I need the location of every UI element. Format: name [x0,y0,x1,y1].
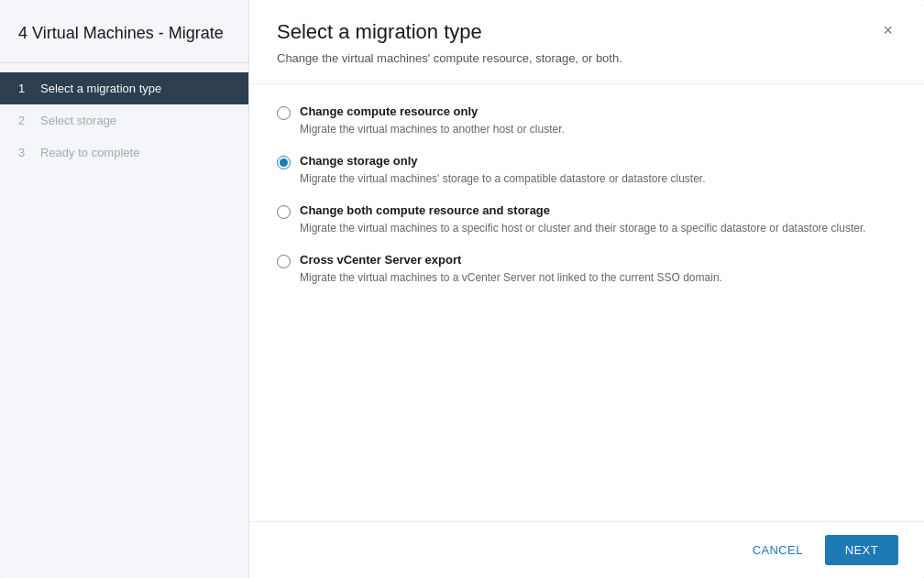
option-content-opt2: Change storage only Migrate the virtual … [300,154,706,187]
option-desc-opt2: Migrate the virtual machines' storage to… [300,170,706,187]
option-label-opt4: Cross vCenter Server export [300,253,722,267]
step-label: Select a migration type [40,82,161,95]
migration-option-opt2[interactable]: Change storage only Migrate the virtual … [277,154,896,187]
sidebar-steps: 1 Select a migration type2 Select storag… [0,63,248,178]
sidebar-step-1[interactable]: 1 Select a migration type [0,72,248,104]
radio-opt4[interactable] [277,255,291,268]
step-number: 3 [18,146,31,159]
option-content-opt1: Change compute resource only Migrate the… [300,104,565,137]
radio-opt1[interactable] [277,106,291,120]
sidebar-step-2: 2 Select storage [0,104,248,136]
migration-option-opt4[interactable]: Cross vCenter Server export Migrate the … [277,253,896,286]
option-desc-opt1: Migrate the virtual machines to another … [300,121,565,137]
migration-option-opt1[interactable]: Change compute resource only Migrate the… [277,104,896,137]
step-number: 2 [18,114,31,127]
option-label-opt3: Change both compute resource and storage [300,203,866,217]
main-subtitle: Change the virtual machines' compute res… [249,44,924,84]
main-header: Select a migration type × [249,0,924,44]
migrate-dialog: 4 Virtual Machines - Migrate 1 Select a … [0,0,924,578]
option-desc-opt3: Migrate the virtual machines to a specif… [300,220,866,236]
sidebar-title: 4 Virtual Machines - Migrate [0,0,248,63]
next-button[interactable]: NEXT [825,535,898,565]
main-body: Change compute resource only Migrate the… [249,84,924,521]
close-button[interactable]: × [879,22,896,38]
step-label: Select storage [40,114,116,127]
radio-opt3[interactable] [277,205,291,219]
option-desc-opt4: Migrate the virtual machines to a vCente… [300,269,722,286]
option-content-opt3: Change both compute resource and storage… [300,203,866,236]
radio-opt2[interactable] [277,156,291,169]
option-content-opt4: Cross vCenter Server export Migrate the … [300,253,722,286]
option-label-opt1: Change compute resource only [300,104,565,118]
main-panel: Select a migration type × Change the vir… [249,0,924,578]
sidebar: 4 Virtual Machines - Migrate 1 Select a … [0,0,249,578]
step-number: 1 [18,82,31,95]
option-label-opt2: Change storage only [300,154,706,168]
sidebar-step-3: 3 Ready to complete [0,136,248,169]
cancel-button[interactable]: CANCEL [742,536,814,564]
step-label: Ready to complete [40,146,139,159]
page-title: Select a migration type [277,20,482,44]
main-footer: CANCEL NEXT [249,521,924,578]
migration-option-opt3[interactable]: Change both compute resource and storage… [277,203,896,236]
